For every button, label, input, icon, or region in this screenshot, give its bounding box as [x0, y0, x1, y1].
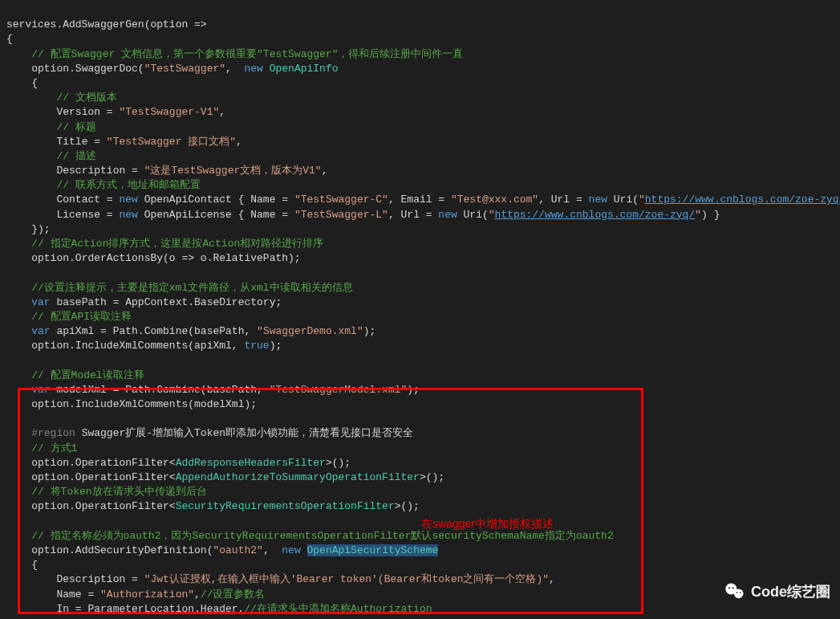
selected-text: OpenApiSecurityScheme	[307, 544, 439, 556]
code-line: Description = "Jwt认证授权,在输入框中输入'Bearer to…	[6, 573, 555, 585]
code-line: option.OperationFilter<AddResponseHeader…	[6, 457, 351, 469]
code-line: //设置注释提示，主要是指定xml文件路径，从xml中读取相关的信息	[6, 282, 353, 294]
code-line: // 配置Model读取注释	[6, 369, 144, 381]
code-line: // 方式1	[6, 442, 77, 454]
code-line	[6, 515, 13, 527]
code-line: var modelXml = Path.Combine(basePath, "T…	[6, 384, 420, 396]
code-line: option.AddSecurityDefinition("oauth2", n…	[6, 544, 438, 556]
code-line: Name = "Authorization",//设置参数名	[6, 588, 265, 601]
code-line: option.IncludeXmlComments(modelXml);	[6, 398, 257, 410]
svg-point-3	[732, 587, 734, 588]
svg-point-1	[734, 589, 744, 599]
code-line: // 配置API读取注释	[6, 311, 132, 323]
code-line: License = new OpenApiLicense { Name = "T…	[6, 209, 720, 221]
code-line: // 指定名称必须为oauth2，因为SecurityRequirementsO…	[6, 530, 614, 542]
code-line: });	[6, 223, 51, 235]
watermark-text: Code综艺圈	[751, 582, 830, 601]
svg-point-2	[728, 587, 730, 588]
code-line: #region Swagger扩展-增加输入Token即添加小锁功能，清楚看见接…	[6, 427, 413, 439]
code-line: option.SwaggerDoc("TestSwagger", new Ope…	[6, 63, 339, 75]
code-line: // 标题	[6, 121, 96, 133]
code-line: option.OperationFilter<AppendAuthorizeTo…	[6, 471, 444, 483]
code-line: // 描述	[6, 150, 96, 162]
watermark: Code综艺圈	[724, 580, 830, 603]
code-line: services.AddSwaggerGen(option =>	[6, 18, 207, 31]
code-line: option.OperationFilter<SecurityRequireme…	[6, 500, 420, 512]
code-line: Description = "这是TestSwagger文档，版本为V1",	[6, 165, 327, 177]
code-line: {	[6, 77, 38, 89]
wechat-icon	[724, 580, 746, 603]
code-line: Contact = new OpenApiContact { Name = "T…	[6, 193, 840, 206]
code-line: var basePath = AppContext.BaseDirectory;	[6, 296, 282, 308]
code-line: {	[6, 559, 38, 571]
code-editor[interactable]: services.AddSwaggerGen(option => { // 配置…	[0, 0, 840, 619]
code-line: In = ParameterLocation.Header,//在请求头中添加名…	[6, 603, 432, 615]
code-line: Title = "TestSwagger 接口文档",	[6, 136, 242, 148]
code-line: // 联系方式，地址和邮箱配置	[6, 179, 201, 191]
code-line	[6, 355, 13, 367]
code-line	[6, 413, 13, 425]
code-line: // 配置Swagger 文档信息，第一个参数很重要"TestSwagger"，…	[6, 48, 463, 60]
code-line	[6, 267, 13, 279]
code-line: // 文档版本	[6, 92, 117, 104]
code-line: Version = "TestSwagger-V1",	[6, 106, 225, 118]
code-line: // 指定Action排序方式，这里是按Action相对路径进行排序	[6, 238, 323, 250]
code-line: {	[6, 33, 13, 45]
code-line: option.OrderActionsBy(o => o.RelativePat…	[6, 252, 301, 264]
svg-point-5	[740, 592, 741, 593]
svg-point-4	[737, 592, 738, 593]
code-line: // 将Token放在请求头中传递到后台	[6, 486, 207, 498]
annotation-text: 在swagger中增加授权描述	[421, 517, 554, 531]
code-line: option.IncludeXmlComments(apiXml, true);	[6, 340, 282, 352]
code-line: var apiXml = Path.Combine(basePath, "Swa…	[6, 325, 375, 337]
